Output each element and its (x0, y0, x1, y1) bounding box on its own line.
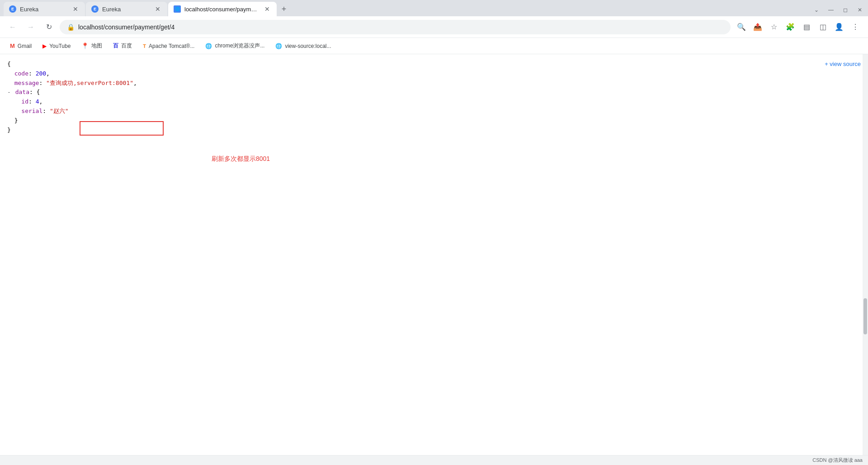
bookmark-tomcat[interactable]: T Apache Tomcat®... (138, 40, 199, 52)
bookmark-maps[interactable]: 📍 地图 (77, 40, 107, 52)
json-data-line: - data: { (7, 88, 861, 97)
json-open-brace: { (7, 60, 861, 69)
json-message-line: message: "查询成功,serverPort:8001", (7, 79, 861, 88)
menu-button[interactable]: ⋮ (848, 20, 863, 34)
browser-frame: E Eureka ✕ E Eureka ✕ 🌐 localhost/consum… (0, 0, 868, 465)
new-tab-button[interactable]: + (278, 3, 290, 15)
json-id-line: id: 4, (7, 97, 861, 107)
back-button[interactable]: ← (5, 20, 20, 34)
json-data-close: } (7, 116, 861, 126)
close-window-button[interactable]: ✕ (855, 5, 864, 14)
json-close-brace: } (7, 126, 861, 135)
bookmark-chrome[interactable]: 🌐 chrome浏览器没声... (201, 40, 269, 52)
youtube-icon: ▶ (42, 43, 47, 49)
tab-favicon-payment: 🌐 (174, 5, 181, 13)
viewsource-icon: 🌐 (275, 43, 282, 49)
bookmark-label-baidu: 百度 (121, 42, 132, 50)
bookmark-youtube[interactable]: ▶ YouTube (38, 40, 75, 52)
tab-eureka-1[interactable]: E Eureka ✕ (4, 2, 85, 16)
bookmark-label-gmail: Gmail (18, 43, 32, 49)
url-text: localhost/consumer/payment/get/4 (78, 23, 723, 31)
json-serial-line: serial: "赵六" (7, 107, 861, 116)
bookmark-label-chrome: chrome浏览器没声... (215, 42, 264, 50)
restore-button[interactable]: ◻ (841, 5, 850, 14)
bookmark-gmail[interactable]: M Gmail (5, 40, 36, 52)
title-bar: E Eureka ✕ E Eureka ✕ 🌐 localhost/consum… (0, 0, 868, 16)
window-controls: ⌄ — ◻ ✕ (812, 5, 864, 16)
lock-icon: 🔒 (67, 23, 75, 31)
tab-title-eureka-1: Eureka (20, 6, 68, 13)
tomcat-icon: T (143, 43, 146, 49)
nav-bar: ← → ↻ 🔒 localhost/consumer/payment/get/4… (0, 16, 868, 38)
bookmark-viewsource[interactable]: 🌐 view-source:local... (271, 40, 335, 52)
annotation-text: 刷新多次都显示8001 (212, 154, 270, 164)
bookmark-button[interactable]: ☆ (767, 20, 781, 34)
bookmark-label-tomcat: Apache Tomcat®... (149, 43, 194, 49)
refresh-button[interactable]: ↻ (42, 20, 56, 34)
nav-actions: 🔍 📤 ☆ 🧩 ▤ ◫ 👤 ⋮ (734, 20, 863, 34)
gmail-icon: M (10, 42, 15, 49)
bookmark-label-maps: 地图 (91, 42, 102, 50)
tab-title-eureka-2: Eureka (102, 6, 150, 13)
view-source-button[interactable]: + view source (825, 60, 861, 69)
chrome-icon: 🌐 (205, 43, 212, 49)
tab-title-payment: localhost/consumer/payment/ (184, 6, 259, 13)
minimize-button[interactable]: — (826, 5, 835, 14)
search-button[interactable]: 🔍 (734, 20, 749, 34)
tab-close-3[interactable]: ✕ (263, 5, 271, 13)
scrollbar[interactable] (863, 54, 868, 455)
bookmark-label-youtube: YouTube (49, 43, 71, 49)
forward-button[interactable]: → (24, 20, 38, 34)
bookmark-baidu[interactable]: 百 百度 (108, 40, 137, 52)
bookmark-label-viewsource: view-source:local... (285, 43, 331, 49)
scrollbar-thumb[interactable] (863, 298, 867, 334)
baidu-icon: 百 (113, 42, 118, 50)
tab-groups-button[interactable]: ▤ (799, 20, 814, 34)
tab-favicon-eureka-1: E (9, 5, 16, 13)
json-code-line: code: 200, (7, 69, 861, 79)
tab-close-2[interactable]: ✕ (154, 5, 162, 13)
split-screen-button[interactable]: ◫ (816, 20, 830, 34)
status-text: CSDN @清风微读 aaa (812, 457, 863, 464)
tab-favicon-eureka-2: E (91, 5, 99, 13)
profile-button[interactable]: 👤 (832, 20, 846, 34)
tab-search-button[interactable]: ⌄ (812, 5, 821, 14)
address-bar[interactable]: 🔒 localhost/consumer/payment/get/4 (60, 20, 731, 34)
extensions-button[interactable]: 🧩 (783, 20, 797, 34)
tab-eureka-2[interactable]: E Eureka ✕ (86, 2, 167, 16)
maps-icon: 📍 (81, 42, 89, 49)
status-bar: CSDN @清风微读 aaa (0, 455, 868, 465)
json-display: { code: 200, message: "查询成功,serverPort:8… (7, 60, 861, 135)
cast-button[interactable]: 📤 (750, 20, 765, 34)
tab-close-1[interactable]: ✕ (71, 5, 80, 13)
tab-payment[interactable]: 🌐 localhost/consumer/payment/ ✕ (168, 2, 277, 16)
page-content: + view source { code: 200, message: "查询成… (0, 54, 868, 455)
bookmarks-bar: M Gmail ▶ YouTube 📍 地图 百 百度 T Apache Tom… (0, 38, 868, 54)
